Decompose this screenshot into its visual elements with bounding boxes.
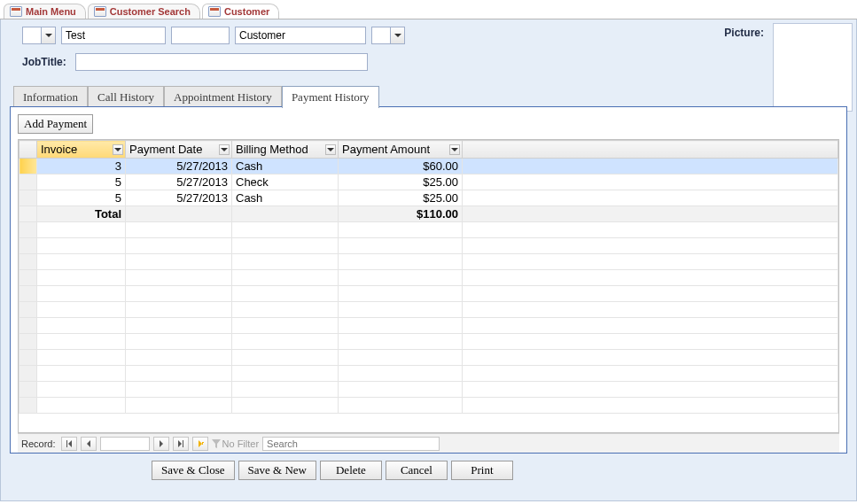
picture-box[interactable] — [773, 23, 853, 112]
suffix-input[interactable] — [372, 27, 390, 43]
total-label: Total — [37, 206, 126, 222]
window-tab-label: Customer — [224, 6, 269, 17]
record-navigator: Record: No Filter — [18, 433, 839, 453]
empty-row — [19, 270, 838, 286]
col-billing-method[interactable]: Billing Method — [232, 141, 339, 159]
add-payment-button[interactable]: Add Payment — [18, 114, 93, 134]
window-tab-customer[interactable]: Customer — [202, 4, 279, 19]
suffix-combo[interactable] — [371, 27, 405, 44]
print-button[interactable]: Print — [451, 461, 513, 480]
form-footer-buttons: Save & Close Save & New Delete Cancel Pr… — [152, 461, 847, 480]
nav-new-button[interactable] — [192, 437, 208, 451]
chevron-down-icon[interactable] — [390, 27, 404, 43]
cell-payment-amount[interactable]: $25.00 — [339, 174, 463, 190]
tab-payment-history[interactable]: Payment History — [282, 86, 379, 108]
empty-row — [19, 254, 838, 270]
chevron-down-icon[interactable] — [41, 27, 55, 43]
empty-row — [19, 238, 838, 254]
window-tab-customer-search[interactable]: Customer Search — [88, 4, 200, 19]
sub-tab-bar: Information Call History Appointment His… — [13, 85, 847, 107]
last-name-field[interactable] — [235, 27, 366, 44]
title-input[interactable] — [23, 27, 41, 43]
cell-blank — [463, 174, 838, 190]
empty-row — [19, 398, 838, 414]
cell-blank — [463, 190, 838, 206]
funnel-icon — [212, 439, 221, 448]
form-icon — [10, 6, 22, 17]
save-close-button[interactable]: Save & Close — [152, 461, 235, 480]
col-invoice[interactable]: Invoice — [37, 141, 126, 159]
cell-payment-amount[interactable]: $25.00 — [339, 190, 463, 206]
cell-blank — [463, 159, 838, 174]
tab-appointment-history[interactable]: Appointment History — [164, 86, 282, 108]
tab-information[interactable]: Information — [13, 86, 88, 108]
row-selector[interactable] — [19, 190, 37, 206]
window-tab-label: Main Menu — [26, 6, 76, 17]
record-number-input[interactable] — [100, 437, 150, 451]
nav-prev-button[interactable] — [81, 437, 97, 451]
cell-billing-method[interactable]: Cash — [232, 190, 339, 206]
nav-last-button[interactable] — [173, 437, 189, 451]
cell-payment-date[interactable]: 5/27/2013 — [126, 190, 232, 206]
record-label: Record: — [21, 438, 56, 449]
empty-row — [19, 366, 838, 382]
form-icon — [94, 6, 106, 17]
col-payment-date[interactable]: Payment Date — [126, 141, 232, 159]
empty-row — [19, 302, 838, 318]
empty-row — [19, 318, 838, 334]
window-tab-main-menu[interactable]: Main Menu — [4, 4, 86, 19]
nav-next-button[interactable] — [153, 437, 169, 451]
row-selector — [19, 206, 37, 222]
form-icon — [208, 6, 221, 17]
total-row: Total$110.00 — [19, 206, 838, 222]
middle-name-field[interactable] — [171, 27, 230, 44]
select-all-handle[interactable] — [19, 141, 37, 159]
empty-row — [19, 382, 838, 398]
picture-label: Picture: — [724, 27, 764, 39]
jobtitle-label: JobTitle: — [22, 56, 66, 68]
cell-payment-date[interactable]: 5/27/2013 — [126, 174, 232, 190]
window-tab-label: Customer Search — [110, 6, 191, 17]
nav-first-button[interactable] — [61, 437, 77, 451]
table-row[interactable]: 55/27/2013Check$25.00 — [19, 174, 838, 190]
cell-payment-amount[interactable]: $60.00 — [339, 159, 463, 174]
col-payment-amount[interactable]: Payment Amount — [339, 141, 463, 159]
title-combo[interactable] — [22, 27, 56, 44]
payment-history-panel: Add Payment I — [10, 106, 847, 454]
row-selector[interactable] — [19, 159, 37, 174]
grid-header-row: Invoice Payment Date Billing Method — [19, 141, 838, 159]
empty-row — [19, 334, 838, 350]
filter-indicator[interactable]: No Filter — [212, 438, 260, 449]
cell-invoice[interactable]: 5 — [37, 174, 126, 190]
empty-row — [19, 286, 838, 302]
jobtitle-row: JobTitle: — [22, 53, 847, 71]
table-row[interactable]: 55/27/2013Cash$25.00 — [19, 190, 838, 206]
first-name-field[interactable] — [61, 27, 166, 44]
cell-payment-date[interactable]: 5/27/2013 — [126, 159, 232, 174]
tab-call-history[interactable]: Call History — [88, 86, 164, 108]
empty-row — [19, 222, 838, 238]
delete-button[interactable]: Delete — [320, 461, 382, 480]
cell-invoice[interactable]: 3 — [37, 159, 126, 174]
empty-row — [19, 350, 838, 366]
customer-form: Picture: JobTitle: Information Call Hist… — [0, 19, 857, 501]
chevron-down-icon[interactable] — [219, 144, 230, 155]
payment-grid: Invoice Payment Date Billing Method — [18, 139, 839, 433]
cell-billing-method[interactable]: Check — [232, 174, 339, 190]
jobtitle-field[interactable] — [75, 53, 368, 71]
chevron-down-icon[interactable] — [113, 144, 123, 155]
save-new-button[interactable]: Save & New — [238, 461, 316, 480]
table-row[interactable]: 35/27/2013Cash$60.00 — [19, 159, 838, 174]
chevron-down-icon[interactable] — [449, 144, 460, 155]
cell-billing-method[interactable]: Cash — [232, 159, 339, 174]
cell-invoice[interactable]: 5 — [37, 190, 126, 206]
cancel-button[interactable]: Cancel — [386, 461, 448, 480]
window-tab-bar: Main Menu Customer Search Customer — [0, 0, 857, 19]
grid-search-input[interactable] — [262, 437, 440, 451]
chevron-down-icon[interactable] — [325, 144, 336, 155]
col-blank — [463, 141, 838, 159]
total-amount: $110.00 — [339, 206, 463, 222]
row-selector[interactable] — [19, 174, 37, 190]
